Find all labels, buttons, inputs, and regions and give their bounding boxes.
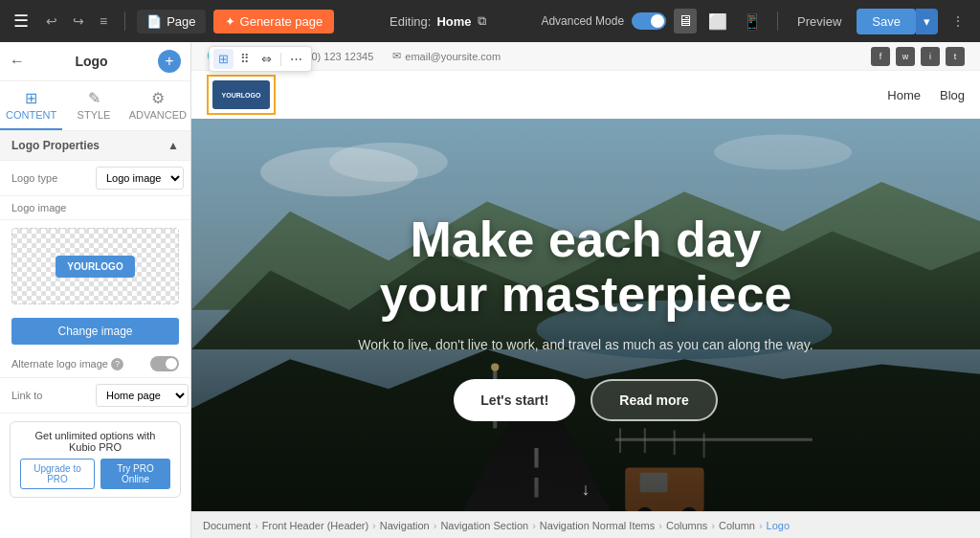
style-tab-label: STYLE	[78, 109, 111, 121]
desktop-device-button[interactable]: 🖥	[674, 9, 697, 34]
help-icon[interactable]: ?	[111, 358, 123, 370]
pages-icon[interactable]: ⧉	[478, 13, 486, 29]
history-button[interactable]: ≡	[94, 10, 113, 33]
breadcrumb-item-1[interactable]: Front Header (Header)	[262, 520, 368, 531]
redo-button[interactable]: ↪	[67, 10, 90, 33]
breadcrumb-sep-2: ›	[434, 520, 437, 531]
tab-content[interactable]: ⊞ CONTENT	[0, 81, 62, 130]
logo-widget-toolbar: ⊞ ⠿ ⇔ ⋯	[209, 46, 312, 72]
canvas: 🌐 Country 📞 (000) 123 12345 ✉ email@your…	[191, 42, 980, 538]
page-button-label: Page	[167, 14, 195, 29]
breadcrumb-item-5[interactable]: Columns	[666, 520, 707, 531]
logo-image-label-row: Logo image	[0, 196, 190, 220]
sidebar-header: ← Logo +	[0, 42, 190, 81]
hero-subtitle: Work to live, don't live to work, and tr…	[358, 337, 813, 352]
layout-toolbar-button[interactable]: ⊞	[213, 49, 234, 69]
alt-logo-label: Alternate logo image ?	[11, 358, 145, 370]
main-area: ← Logo + ⊞ CONTENT ✎ STYLE ⚙ ADVANCED Lo…	[0, 42, 980, 538]
hero-title-line1: Make each day	[410, 212, 761, 267]
scroll-down-arrow[interactable]: ↓	[582, 480, 590, 500]
separator-2	[777, 11, 778, 31]
undo-button[interactable]: ↩	[40, 10, 63, 33]
logo-properties-label: Logo Properties	[11, 139, 100, 152]
advanced-tab-label: ADVANCED	[129, 109, 187, 121]
logo-type-select[interactable]: Logo image Logo text	[96, 167, 184, 190]
menu-icon[interactable]: ☰	[10, 7, 33, 35]
email-icon: ✉	[392, 50, 401, 62]
site-navigation: Home Blog	[887, 88, 965, 102]
sidebar-content: Logo Properties ▲ Logo type Logo image L…	[0, 131, 190, 538]
history-controls: ↩ ↪ ≡	[40, 10, 113, 33]
hero-title-line2: your masterpiece	[380, 266, 792, 322]
logo-selected-box: ⊞ ⠿ ⇔ ⋯ YOURLOGO	[207, 75, 276, 115]
breadcrumb-sep-6: ›	[759, 520, 763, 531]
topbar-center: Editing: Home ⧉	[342, 13, 533, 29]
tab-advanced[interactable]: ⚙ ADVANCED	[125, 81, 190, 130]
save-dropdown-button[interactable]: ▾	[916, 9, 938, 34]
breadcrumb-item-4[interactable]: Navigation Normal Items	[540, 520, 655, 531]
nav-home-link[interactable]: Home	[887, 88, 921, 102]
hero-secondary-button[interactable]: Read more	[590, 379, 717, 421]
logo-preview: YOURLOGO	[56, 256, 134, 278]
save-button[interactable]: Save	[857, 9, 916, 34]
site-social-links: f w i t	[871, 47, 965, 66]
advanced-mode-toggle[interactable]	[632, 12, 666, 30]
collapse-icon: ▲	[167, 139, 179, 152]
breadcrumb-sep-4: ›	[658, 520, 662, 531]
breadcrumb-sep-5: ›	[711, 520, 715, 531]
twitter-icon[interactable]: t	[946, 47, 965, 66]
mobile-device-button[interactable]: 📱	[739, 9, 766, 34]
back-button[interactable]: ←	[10, 53, 25, 70]
alt-logo-toggle[interactable]	[150, 356, 179, 371]
topbar-right: Advanced Mode 🖥 ⬜ 📱 Preview Save ▾ ⋮	[541, 9, 970, 34]
generate-icon: ✦	[225, 14, 235, 29]
sidebar-title: Logo	[75, 54, 107, 69]
nav-blog-link[interactable]: Blog	[940, 88, 965, 102]
breadcrumb-item-3[interactable]: Navigation Section	[440, 520, 528, 531]
breadcrumb-sep-0: ›	[255, 520, 258, 531]
hero-content: Make each day your masterpiece Work to l…	[320, 213, 851, 421]
sidebar-tabs: ⊞ CONTENT ✎ STYLE ⚙ ADVANCED	[0, 81, 190, 131]
site-header-main: ⊞ ⠿ ⇔ ⋯ YOURLOGO Home Blog	[191, 71, 980, 119]
change-image-button[interactable]: Change image	[11, 318, 179, 345]
move-toolbar-button[interactable]: ⠿	[235, 49, 255, 69]
header-email: ✉ email@yoursite.com	[392, 50, 501, 62]
logo-properties-header[interactable]: Logo Properties ▲	[0, 131, 190, 161]
pro-banner-title: Get unlimited options with Kubio PRO	[20, 430, 170, 453]
tab-style[interactable]: ✎ STYLE	[62, 81, 124, 130]
link-to-select[interactable]: Home page Custom URL None	[96, 384, 189, 407]
editing-label: Editing:	[390, 14, 431, 29]
facebook-icon[interactable]: f	[871, 47, 890, 66]
upgrade-to-pro-button[interactable]: Upgrade to PRO	[20, 459, 95, 489]
preview-button[interactable]: Preview	[790, 11, 849, 33]
more-toolbar-button[interactable]: ⋯	[285, 49, 307, 69]
alt-logo-row: Alternate logo image ?	[0, 350, 190, 378]
separator-1	[124, 11, 125, 31]
instagram-icon[interactable]: i	[921, 47, 940, 66]
generate-page-button[interactable]: ✦ Generate page	[213, 10, 335, 34]
topbar: ☰ ↩ ↪ ≡ 📄 Page ✦ Generate page Editing: …	[0, 0, 980, 42]
breadcrumb-item-6[interactable]: Column	[719, 520, 755, 531]
breadcrumb-item-0[interactable]: Document	[203, 520, 251, 531]
breadcrumb-sep-3: ›	[532, 520, 536, 531]
resize-toolbar-button[interactable]: ⇔	[256, 49, 277, 69]
breadcrumb-item-7: Logo	[767, 520, 790, 531]
breadcrumb-item-2[interactable]: Navigation	[380, 520, 430, 531]
pro-banner: Get unlimited options with Kubio PRO Upg…	[10, 421, 181, 498]
hero-primary-button[interactable]: Let's start!	[454, 379, 575, 421]
page-icon: 📄	[146, 14, 162, 29]
logo-widget-wrapper[interactable]: ⊞ ⠿ ⇔ ⋯ YOURLOGO	[207, 75, 276, 115]
advanced-tab-icon: ⚙	[151, 89, 165, 107]
page-button[interactable]: 📄 Page	[137, 10, 205, 34]
logo-type-label: Logo type	[11, 172, 88, 184]
whatsapp-icon[interactable]: w	[896, 47, 915, 66]
try-pro-button[interactable]: Try PRO Online	[100, 459, 170, 489]
save-group: Save ▾	[857, 9, 938, 34]
add-element-button[interactable]: +	[158, 50, 181, 73]
more-options-button[interactable]: ⋮	[946, 10, 970, 33]
hero-section: Make each day your masterpiece Work to l…	[191, 119, 980, 511]
style-tab-icon: ✎	[88, 89, 100, 107]
hero-buttons: Let's start! Read more	[358, 379, 813, 421]
tablet-device-button[interactable]: ⬜	[704, 9, 731, 34]
logo-image-label: Logo image	[11, 202, 88, 213]
